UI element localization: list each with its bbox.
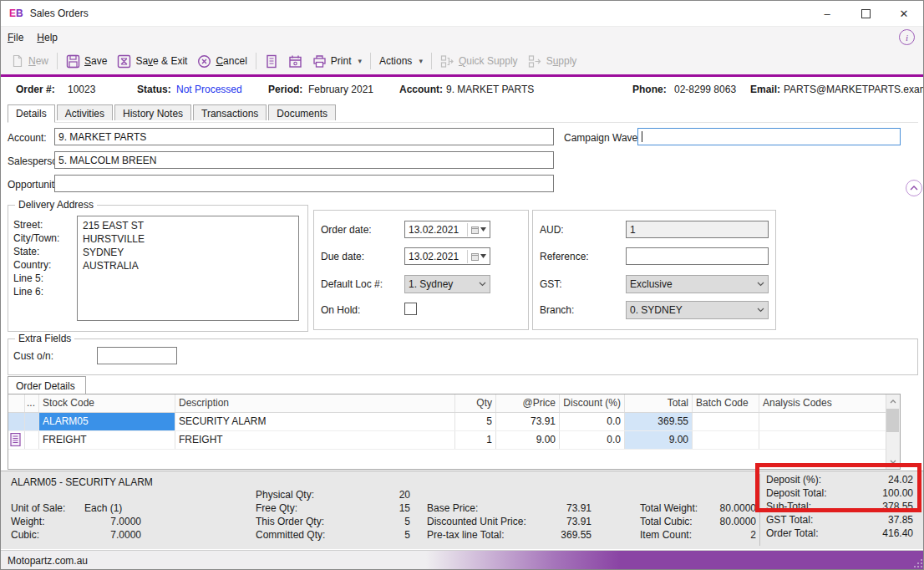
row-dots-cell[interactable] xyxy=(25,413,39,430)
analysis-codes-cell[interactable] xyxy=(759,413,887,430)
price-cell[interactable]: 73.91 xyxy=(496,413,560,430)
calendar-small-icon xyxy=(471,252,479,261)
row-indicator-cell xyxy=(8,431,25,449)
col-analysis-codes[interactable]: Analysis Codes xyxy=(759,394,887,412)
col-dots[interactable]: ... xyxy=(25,394,39,412)
title-bar: EB Sales Orders – ✕ xyxy=(1,1,923,27)
campaign-wave-input[interactable] xyxy=(637,128,901,145)
reference-input[interactable] xyxy=(626,247,769,265)
table-row[interactable]: FREIGHT FREIGHT 1 9.00 0.0 9.00 xyxy=(8,431,900,450)
description-cell[interactable]: FREIGHT xyxy=(175,431,455,449)
col-price[interactable]: @Price xyxy=(496,394,560,412)
default-loc-label: Default Loc #: xyxy=(321,278,383,290)
order-date-picker-button[interactable] xyxy=(467,223,486,237)
currency-reference-group: AUD: Reference: GST: Exclusive Branch: 0… xyxy=(532,210,776,330)
order-lines-grid: ... Stock Code Description Qty @Price Di… xyxy=(8,394,901,470)
tab-transactions[interactable]: Transactions xyxy=(193,104,267,120)
cust-on-input[interactable] xyxy=(97,347,177,364)
save-exit-button[interactable]: Save & Exit xyxy=(112,51,192,72)
account-input[interactable] xyxy=(54,128,554,145)
col-row-indicator[interactable] xyxy=(8,394,25,412)
salesperson-input[interactable] xyxy=(54,151,554,169)
qty-cell[interactable]: 5 xyxy=(455,413,496,430)
status-bar-text: Motopartz.com.au xyxy=(8,555,88,567)
order-info-bar: Order #: 10023 Status: Not Processed Per… xyxy=(1,77,923,103)
col-discount[interactable]: Discount (%) xyxy=(560,394,625,412)
print-button[interactable]: Print▾ xyxy=(307,51,367,72)
branch-combobox[interactable]: 0. SYDNEY xyxy=(626,301,769,319)
qty-cell[interactable]: 1 xyxy=(455,431,496,449)
scrollbar-thumb[interactable] xyxy=(886,409,899,432)
scroll-up-icon[interactable] xyxy=(890,400,896,404)
total-cell[interactable]: 369.55 xyxy=(625,413,693,430)
tab-documents[interactable]: Documents xyxy=(268,104,336,120)
actions-button[interactable]: Actions▾ xyxy=(374,52,428,70)
cancel-button[interactable]: Cancel xyxy=(192,51,251,72)
tab-order-details[interactable]: Order Details xyxy=(8,376,86,394)
row-dots-cell[interactable] xyxy=(25,431,39,449)
analysis-codes-cell[interactable] xyxy=(759,431,887,449)
collapse-section-button[interactable] xyxy=(906,180,922,196)
tab-activities[interactable]: Activities xyxy=(57,104,113,120)
order-totals-block: Deposit (%):24.02 Deposit Total:100.00 S… xyxy=(766,474,913,541)
total-cell[interactable]: 9.00 xyxy=(625,431,693,449)
aud-input xyxy=(626,221,769,238)
discount-cell[interactable]: 0.0 xyxy=(560,413,625,430)
order-date-input[interactable]: 13.02.2021 xyxy=(404,221,490,238)
batch-code-cell[interactable] xyxy=(693,431,759,449)
stock-code-cell[interactable]: FREIGHT xyxy=(39,431,175,449)
activity-calendar-button[interactable] xyxy=(283,51,307,72)
cubic-label: Cubic: xyxy=(11,529,84,542)
address-state: SYDNEY xyxy=(83,246,293,259)
order-date-label: Order date: xyxy=(321,224,372,236)
notes-button[interactable] xyxy=(260,51,283,72)
maximize-button[interactable] xyxy=(846,1,885,26)
gst-total-label: GST Total: xyxy=(766,514,850,527)
info-icon[interactable]: i xyxy=(899,29,915,45)
notes-icon xyxy=(265,54,278,69)
save-exit-icon xyxy=(117,54,131,69)
batch-code-cell[interactable] xyxy=(693,413,759,430)
save-button[interactable]: Save xyxy=(61,51,112,72)
stock-code-cell[interactable]: ALARM05 xyxy=(39,413,175,430)
menu-help[interactable]: Help xyxy=(30,29,64,46)
due-date-input[interactable]: 13.02.2021 xyxy=(404,247,490,265)
price-cell[interactable]: 9.00 xyxy=(496,431,560,449)
grid-header: ... Stock Code Description Qty @Price Di… xyxy=(8,394,900,413)
chevron-up-icon xyxy=(910,186,918,191)
grid-vertical-scrollbar[interactable] xyxy=(886,394,900,469)
account-value: 9. MARKET PARTS xyxy=(446,84,534,95)
opportunity-input[interactable] xyxy=(54,175,554,192)
sub-total-value: 378.55 xyxy=(850,501,913,514)
menu-file[interactable]: File xyxy=(1,29,30,46)
supply-button[interactable]: Supply xyxy=(523,51,582,72)
quick-supply-button[interactable]: Quick Supply xyxy=(435,51,523,72)
default-loc-combobox[interactable]: 1. Sydney xyxy=(404,275,490,293)
gst-total-value: 37.85 xyxy=(850,514,913,527)
col-stock-code[interactable]: Stock Code xyxy=(39,394,175,412)
new-button[interactable]: New xyxy=(6,51,53,71)
col-description[interactable]: Description xyxy=(175,394,455,412)
close-button[interactable]: ✕ xyxy=(885,1,923,26)
address-textbox[interactable]: 215 EAST ST HURSTVILLE SYDNEY AUSTRALIA xyxy=(77,216,299,321)
minimize-button[interactable]: – xyxy=(808,1,846,26)
new-document-icon xyxy=(11,54,24,68)
on-hold-label: On Hold: xyxy=(321,304,360,316)
resize-grip-icon[interactable] xyxy=(913,558,923,568)
phone-value: 02-8299 8063 xyxy=(674,84,736,95)
gst-combobox[interactable]: Exclusive xyxy=(626,275,769,293)
tab-history-notes[interactable]: History Notes xyxy=(114,104,191,120)
due-date-picker-button[interactable] xyxy=(467,250,486,263)
col-total[interactable]: Total xyxy=(625,394,693,412)
toolbar-separator xyxy=(57,53,58,69)
description-cell[interactable]: SECURITY ALARM xyxy=(175,413,455,430)
tab-details[interactable]: Details xyxy=(8,104,55,123)
on-hold-checkbox[interactable] xyxy=(404,303,417,315)
col-batch-code[interactable]: Batch Code xyxy=(693,394,759,412)
col-qty[interactable]: Qty xyxy=(455,394,496,412)
discounted-unit-price-value: 73.91 xyxy=(554,516,591,529)
due-date-label: Due date: xyxy=(321,251,364,262)
scroll-down-icon[interactable] xyxy=(890,460,896,464)
table-row[interactable]: ALARM05 SECURITY ALARM 5 73.91 0.0 369.5… xyxy=(8,413,900,431)
discount-cell[interactable]: 0.0 xyxy=(560,431,625,449)
